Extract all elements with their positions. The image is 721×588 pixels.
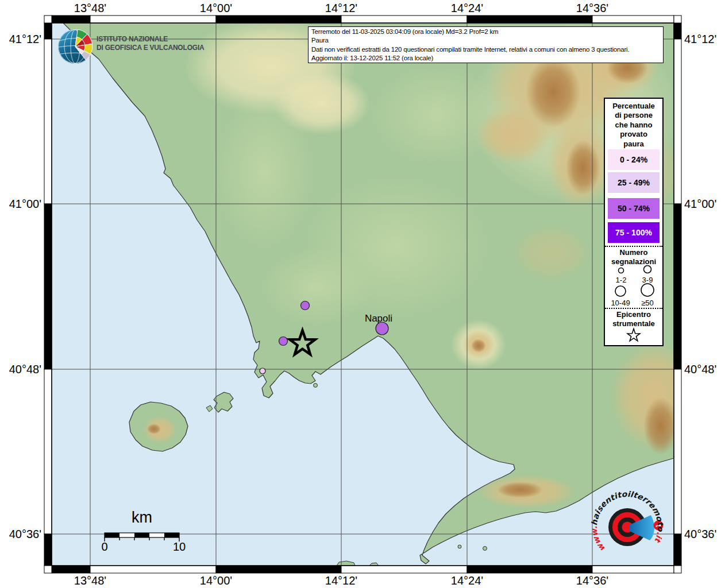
legend-fear-title: provato — [605, 130, 662, 138]
lat-label-right: 40°48' — [684, 363, 721, 376]
legend-divider — [605, 246, 662, 247]
event-info-line4: Aggiornato il: 13-12-2025 11:52 (ora loc… — [311, 54, 660, 63]
lon-label-bottom: 14°36' — [558, 574, 627, 587]
legend-class-swatch: 0 - 24% — [608, 149, 660, 170]
size-circle-3-9 — [644, 266, 651, 273]
ingv-logo-text-line1: ISTITUTO NAZIONALE — [97, 35, 168, 43]
lat-label-right: 41°00' — [684, 198, 721, 211]
lon-label-top: 14°12' — [307, 2, 376, 15]
legend-class-swatch: 75 - 100% — [608, 222, 660, 243]
lon-label-top: 14°00' — [182, 2, 250, 15]
legend-fear-title: paura — [605, 140, 662, 148]
legend-reports-title: segnalazioni — [605, 257, 662, 266]
report-dot — [279, 337, 288, 346]
legend-divider — [605, 308, 662, 309]
legend-box: Percentuale di persone che hanno provato… — [604, 98, 664, 346]
lon-label-bottom: 14°00' — [182, 574, 250, 587]
city-label-napoli: Napoli — [350, 313, 407, 324]
legend-report-sizes: 1-2 3-9 10-49 ≥50 — [605, 265, 662, 308]
event-info-box: Terremoto del 11-03-2025 03:04:09 (ora l… — [308, 26, 664, 63]
lon-label-bottom: 14°24' — [433, 574, 502, 587]
legend-fear-title: che hanno — [605, 121, 662, 129]
lon-label-top: 13°48' — [56, 2, 125, 15]
event-info-line3: Dati non verificati estratti da 120 ques… — [311, 45, 660, 54]
size-label: 10-49 — [611, 299, 630, 307]
report-dot — [301, 301, 310, 310]
lat-label-right: 41°12' — [684, 33, 721, 46]
size-circle-10-49 — [615, 286, 626, 296]
legend-epicenter-star — [605, 327, 662, 345]
legend-epicenter-title: strumentale — [605, 319, 662, 328]
lat-label-left: 40°36' — [1, 528, 41, 541]
macroseismic-map-page: ? www.haisentitoilterremoto.it 13°48' 14… — [0, 0, 721, 588]
lon-label-bottom: 14°12' — [307, 574, 376, 587]
size-circle-50 — [641, 284, 654, 296]
scalebar-start-label: 0 — [96, 540, 113, 554]
legend-fear-title: Percentuale — [605, 102, 662, 110]
scalebar-unit-label: km — [113, 509, 171, 527]
legend-class-swatch: 50 - 74% — [608, 198, 660, 219]
lat-label-left: 41°12' — [1, 33, 41, 46]
size-circle-1-2 — [619, 268, 624, 273]
event-info-line1: Terremoto del 11-03-2025 03:04:09 (ora l… — [311, 28, 660, 36]
ingv-globe-icon — [58, 29, 92, 64]
lon-label-bottom: 13°48' — [56, 574, 125, 587]
size-label: ≥50 — [641, 299, 654, 307]
lat-label-right: 40°36' — [684, 528, 721, 541]
scalebar-end-label: 10 — [171, 540, 188, 554]
ingv-logo-text-line2: DI GEOFISICA E VULCANOLOGIA — [97, 44, 205, 52]
legend-class-swatch: 25 - 49% — [608, 172, 660, 193]
island-nisida — [314, 384, 318, 388]
legend-epicenter-title: Epicentro — [605, 310, 662, 319]
lon-label-top: 14°36' — [558, 2, 627, 15]
islet-li-galli-1 — [458, 545, 461, 548]
lat-label-left: 41°00' — [1, 198, 41, 211]
size-label: 3-9 — [642, 276, 653, 284]
islet-li-galli-2 — [483, 547, 487, 551]
lat-label-left: 40°48' — [1, 363, 41, 376]
legend-fear-title: di persone — [605, 111, 662, 119]
size-label: 1-2 — [616, 276, 627, 284]
event-info-line2: Paura — [311, 36, 660, 45]
report-dot — [260, 368, 265, 374]
lon-label-top: 14°24' — [433, 2, 502, 15]
legend-reports-title: Numero — [605, 248, 662, 257]
